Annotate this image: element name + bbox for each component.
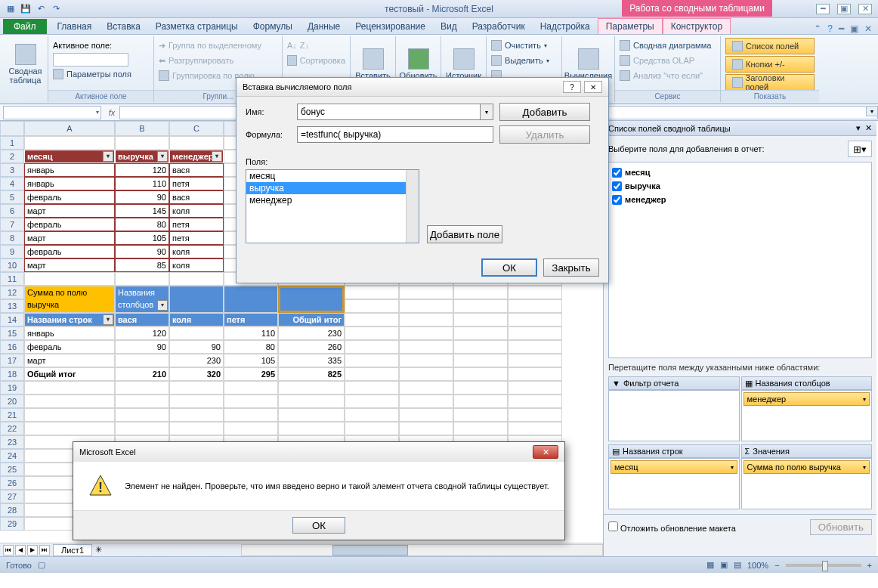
cell[interactable]: январь bbox=[24, 163, 115, 177]
calc-dialog-titlebar[interactable]: Вставка вычисляемого поля ? ✕ bbox=[237, 78, 608, 97]
zoom-in-icon[interactable]: + bbox=[867, 561, 872, 570]
tab-insert[interactable]: Вставка bbox=[99, 19, 148, 34]
msgbox-ok-button[interactable]: ОК bbox=[292, 517, 345, 534]
active-field-input[interactable] bbox=[53, 53, 128, 67]
buttons-toggle[interactable]: Кнопки +/- bbox=[725, 56, 815, 73]
sheet-first-icon[interactable]: ⏮ bbox=[3, 545, 14, 556]
close-icon[interactable]: ✕ bbox=[858, 4, 872, 14]
cell[interactable] bbox=[345, 354, 399, 367]
select-all-corner[interactable] bbox=[0, 121, 24, 136]
cell[interactable] bbox=[24, 272, 115, 286]
cell[interactable] bbox=[508, 381, 562, 395]
cell[interactable]: 90 bbox=[115, 340, 169, 354]
col-head-a[interactable]: A bbox=[24, 121, 115, 136]
cell[interactable]: 105 bbox=[224, 354, 278, 367]
cell[interactable] bbox=[169, 395, 224, 408]
formula-field-input[interactable] bbox=[297, 126, 493, 143]
row-head-25[interactable]: 25 bbox=[0, 463, 24, 476]
cell[interactable]: Общий итог bbox=[278, 313, 345, 326]
cell[interactable]: вася bbox=[169, 190, 224, 204]
row-head-16[interactable]: 16 bbox=[0, 340, 24, 354]
row-head-18[interactable]: 18 bbox=[0, 367, 24, 381]
row-head-23[interactable]: 23 bbox=[0, 435, 24, 449]
col-head-b[interactable]: B bbox=[115, 121, 169, 136]
cell[interactable]: Сумма по полювыручка bbox=[24, 286, 115, 313]
filter-arrow-icon[interactable]: ▾ bbox=[212, 151, 222, 162]
cell[interactable]: 110 bbox=[224, 326, 278, 340]
hscroll-thumb[interactable] bbox=[332, 545, 408, 556]
cell[interactable] bbox=[224, 381, 278, 395]
cell[interactable] bbox=[169, 272, 224, 286]
field-list-layout-button[interactable]: ⊞▾ bbox=[848, 141, 872, 157]
row-head-19[interactable]: 19 bbox=[0, 381, 24, 395]
field-revenue-checkbox[interactable] bbox=[612, 181, 622, 191]
cell[interactable] bbox=[24, 136, 115, 150]
dialog-close-icon[interactable]: ✕ bbox=[584, 81, 602, 93]
cell[interactable]: 105 bbox=[115, 231, 169, 245]
cell[interactable]: 80 bbox=[115, 218, 169, 231]
row-head-6[interactable]: 6 bbox=[0, 204, 24, 218]
redo-icon[interactable]: ↷ bbox=[50, 3, 62, 15]
cell[interactable] bbox=[345, 408, 399, 422]
msgbox-titlebar[interactable]: Microsoft Excel ✕ bbox=[73, 442, 564, 462]
field-manager-checkbox[interactable] bbox=[612, 195, 622, 205]
doc-minimize-icon[interactable]: ━ bbox=[839, 23, 844, 34]
cell[interactable] bbox=[24, 395, 115, 408]
cell[interactable] bbox=[508, 408, 562, 422]
cell[interactable] bbox=[508, 313, 562, 326]
list-item-revenue[interactable]: выручка bbox=[246, 182, 419, 194]
cell[interactable] bbox=[24, 422, 115, 435]
cell[interactable] bbox=[399, 395, 453, 408]
defer-update-checkbox[interactable] bbox=[608, 521, 618, 531]
ok-button[interactable]: ОК bbox=[481, 258, 537, 277]
cell[interactable] bbox=[278, 408, 345, 422]
name-dropdown-icon[interactable]: ▾ bbox=[480, 104, 493, 120]
minimize-ribbon-icon[interactable]: ⌃ bbox=[814, 23, 821, 34]
row-head-3[interactable]: 3 bbox=[0, 163, 24, 177]
cell[interactable]: вася bbox=[169, 163, 224, 177]
tab-design[interactable]: Конструктор bbox=[663, 18, 731, 34]
field-list-menu-icon[interactable]: ▾ bbox=[856, 123, 861, 133]
cell[interactable] bbox=[453, 408, 508, 422]
undo-icon[interactable]: ↶ bbox=[35, 3, 47, 15]
zone-rows[interactable]: ▤Названия строк месяц▾ bbox=[608, 444, 740, 511]
cell[interactable] bbox=[399, 381, 453, 395]
field-manager[interactable]: менеджер bbox=[612, 193, 868, 206]
row-head-15[interactable]: 15 bbox=[0, 326, 24, 340]
cell[interactable]: коля bbox=[169, 204, 224, 218]
row-head-29[interactable]: 29 bbox=[0, 517, 24, 531]
zoom-slider[interactable] bbox=[786, 564, 861, 567]
cell[interactable] bbox=[399, 326, 453, 340]
row-head-11[interactable]: 11 bbox=[0, 272, 24, 286]
cell[interactable] bbox=[453, 299, 508, 313]
cell[interactable]: февраль bbox=[24, 340, 115, 354]
cell[interactable] bbox=[224, 408, 278, 422]
cell[interactable] bbox=[278, 395, 345, 408]
cell[interactable]: Общий итог bbox=[24, 367, 115, 381]
cell[interactable] bbox=[345, 395, 399, 408]
name-box[interactable] bbox=[3, 106, 101, 119]
cell[interactable]: 120 bbox=[115, 163, 169, 177]
cell[interactable] bbox=[399, 422, 453, 435]
cell[interactable] bbox=[399, 313, 453, 326]
cell[interactable] bbox=[115, 272, 169, 286]
cell[interactable] bbox=[453, 367, 508, 381]
tab-view[interactable]: Вид bbox=[433, 19, 465, 34]
cell[interactable] bbox=[399, 354, 453, 367]
filter-arrow-icon[interactable]: ▾ bbox=[157, 151, 168, 162]
cell[interactable]: петя bbox=[169, 231, 224, 245]
macro-record-icon[interactable]: ▢ bbox=[38, 560, 45, 570]
msgbox-close-icon[interactable]: ✕ bbox=[533, 445, 558, 459]
row-head-8[interactable]: 8 bbox=[0, 231, 24, 245]
cell[interactable]: январь bbox=[24, 326, 115, 340]
list-item-month[interactable]: месяц bbox=[246, 170, 419, 182]
row-head-14[interactable]: 14 bbox=[0, 313, 24, 326]
sheet-prev-icon[interactable]: ◀ bbox=[15, 545, 26, 556]
select-button[interactable]: Выделить▾ bbox=[491, 53, 557, 68]
sheet-next-icon[interactable]: ▶ bbox=[27, 545, 38, 556]
close-button[interactable]: Закрыть bbox=[543, 258, 599, 277]
row-head-26[interactable]: 26 bbox=[0, 476, 24, 490]
cell[interactable] bbox=[224, 395, 278, 408]
cell[interactable]: 230 bbox=[169, 354, 224, 367]
cell[interactable]: коля bbox=[169, 245, 224, 258]
